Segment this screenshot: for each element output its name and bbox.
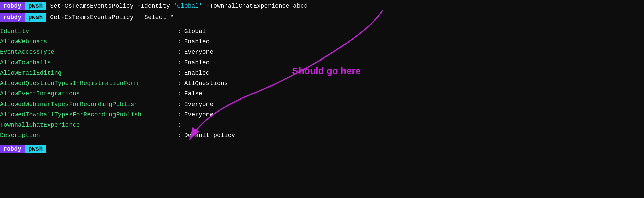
output-key-eventaccesstype: EventAccessType [0, 48, 178, 57]
output-colon-4: : [178, 69, 182, 78]
prompt-cmd-1: Set-CsTeamsEventsPolicy -Identity 'Globa… [46, 3, 308, 9]
output-val-alloweventintegrations: False [184, 89, 202, 98]
output-key-allowwebinars: AllowWebinars [0, 37, 178, 46]
terminal: robdy pwsh Set-CsTeamsEventsPolicy -Iden… [0, 0, 644, 198]
output-row-identity: Identity : Global [0, 26, 644, 37]
output-val-description: Default policy [184, 131, 235, 140]
output-row-description: Description : Default policy [0, 130, 644, 141]
output-val-allowtownhalls: Enabled [184, 58, 210, 67]
output-row-alloweventintegrations: AllowEventIntegrations : False [0, 89, 644, 99]
output-colon-5: : [178, 79, 182, 88]
output-section: Identity : Global AllowWebinars : Enable… [0, 23, 644, 142]
output-val-allowedtownhalltypes: Everyone [184, 110, 213, 119]
output-val-eventaccesstype: Everyone [184, 48, 213, 57]
prompt-shell-2: pwsh [25, 13, 46, 22]
prompt-user-1: robdy [0, 2, 25, 10]
output-colon-3: : [178, 58, 182, 67]
prompt-shell-1: pwsh [25, 2, 46, 10]
output-val-allowemailediting: Enabled [184, 69, 210, 78]
bottom-prompt: robdy pwsh [0, 142, 644, 154]
output-val-identity: Global [184, 27, 206, 36]
output-row-eventaccesstype: EventAccessType : Everyone [0, 47, 644, 57]
output-key-allowedwebinartypes: AllowedWebinarTypesForRecordingPublish [0, 100, 178, 109]
annotation-text: Should go here [292, 66, 361, 76]
cmd-text-1: Set-CsTeamsEventsPolicy -Identity 'Globa… [50, 3, 308, 9]
output-key-alloweventintegrations: AllowEventIntegrations [0, 89, 178, 98]
output-key-description: Description [0, 131, 178, 140]
output-row-allowedwebinartypes: AllowedWebinarTypesForRecordingPublish :… [0, 99, 644, 110]
output-val-allowedwebinartypes: Everyone [184, 100, 213, 109]
bottom-prompt-shell: pwsh [25, 145, 46, 153]
output-key-allowedtownhalltypes: AllowedTownhallTypesForRecordingPublish [0, 110, 178, 119]
output-key-allowemailediting: AllowEmailEditing [0, 69, 178, 78]
output-val-allowedquestiontypes: AllQuestions [184, 79, 228, 88]
output-row-allowwebinars: AllowWebinars : Enabled [0, 37, 644, 47]
output-colon-6: : [178, 89, 182, 98]
output-key-townhallchatexperience: TownhallChatExperience [0, 121, 178, 130]
output-val-allowwebinars: Enabled [184, 37, 210, 46]
output-colon-7: : [178, 100, 182, 109]
output-colon-0: : [178, 27, 182, 36]
output-key-identity: Identity [0, 27, 178, 36]
output-colon-9: : [178, 121, 182, 130]
output-colon-10: : [178, 131, 182, 140]
prompt-user-2: robdy [0, 13, 25, 22]
output-colon-8: : [178, 110, 182, 119]
output-row-townhallchatexperience: TownhallChatExperience : [0, 120, 644, 130]
output-key-allowtownhalls: AllowTownhalls [0, 58, 178, 67]
output-key-allowedquestiontypes: AllowedQuestionTypesInRegistrationForm [0, 79, 178, 88]
output-row-allowedtownhalltypes: AllowedTownhallTypesForRecordingPublish … [0, 110, 644, 120]
prompt-line-2: robdy pwsh Get-CsTeamsEventsPolicy | Sel… [0, 11, 644, 23]
output-colon-1: : [178, 37, 182, 46]
output-row-allowedquestiontypes: AllowedQuestionTypesInRegistrationForm :… [0, 78, 644, 89]
output-colon-2: : [178, 48, 182, 57]
prompt-line-1: robdy pwsh Set-CsTeamsEventsPolicy -Iden… [0, 0, 644, 11]
bottom-prompt-user: robdy [0, 145, 25, 153]
prompt-cmd-2: Get-CsTeamsEventsPolicy | Select * [46, 14, 173, 21]
